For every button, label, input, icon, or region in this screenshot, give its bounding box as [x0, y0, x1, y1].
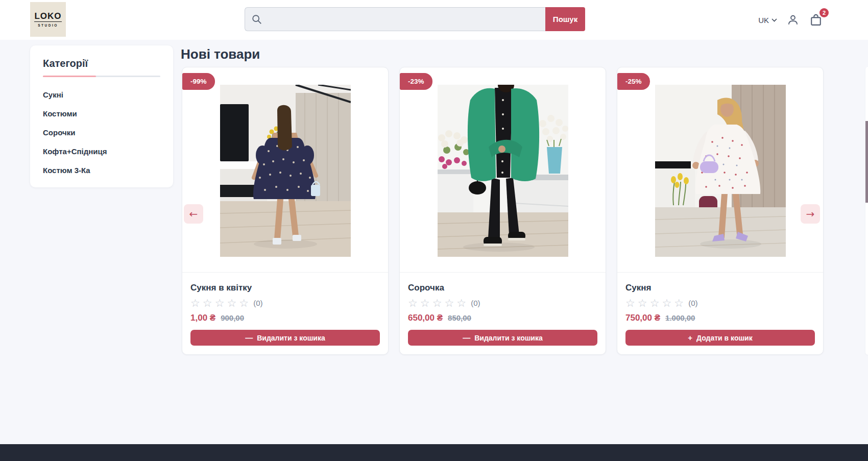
arrow-right-icon: →	[806, 208, 815, 220]
cart-count-badge: 2	[819, 8, 829, 17]
remove-from-cart-button[interactable]: — Видалити з кошика	[190, 330, 380, 346]
categories-divider	[43, 76, 160, 77]
product-photo[interactable]	[438, 85, 568, 257]
footer	[0, 444, 868, 461]
current-price: 750,00 ₴	[625, 313, 660, 323]
carousel-prev-button[interactable]: ←	[184, 204, 203, 224]
account-button[interactable]	[786, 13, 800, 27]
header: LOKO STUDIO Пошук UK	[0, 0, 868, 40]
current-price: 650,00 ₴	[408, 313, 443, 323]
star-icon: ☆	[674, 298, 684, 308]
user-icon	[786, 13, 800, 27]
minus-icon: —	[463, 333, 470, 342]
categories-panel: Категорії Сукні Костюми Сорочки Кофта+Сп…	[30, 45, 173, 187]
star-icon: ☆	[203, 298, 212, 308]
product-photo[interactable]	[220, 85, 351, 257]
rating-count: (0)	[688, 299, 697, 307]
chevron-down-icon	[771, 18, 777, 22]
product-photo[interactable]	[655, 85, 786, 257]
cart-button[interactable]: 2	[809, 13, 823, 27]
search-button[interactable]: Пошук	[545, 7, 585, 31]
sidebar-item-kofta-spidnytsia[interactable]: Кофта+Спідниця	[43, 147, 160, 156]
cart-action-label: Видалити з кошика	[257, 334, 325, 342]
old-price: 850,00	[448, 313, 471, 322]
search-input-container	[245, 7, 545, 31]
search-input[interactable]	[245, 8, 545, 31]
sidebar-item-sorochky[interactable]: Сорочки	[43, 128, 160, 137]
product-photo-illustration	[655, 85, 786, 257]
star-icon: ☆	[662, 298, 671, 308]
search-bar: Пошук	[245, 7, 585, 31]
header-actions: UK 2	[758, 0, 823, 40]
product-title[interactable]: Сукня	[625, 283, 815, 293]
logo-text-main: LOKO	[34, 12, 61, 22]
product-title[interactable]: Сорочка	[408, 283, 597, 293]
product-info: Сорочка ☆ ☆ ☆ ☆ ☆ (0) 650,00 ₴ 850,00 — …	[400, 272, 606, 354]
star-icon: ☆	[190, 298, 200, 308]
price-row: 1,00 ₴ 900,00	[190, 313, 380, 323]
old-price: 1.000,00	[665, 313, 695, 322]
star-icon: ☆	[408, 298, 418, 308]
next-product-photo-partial	[865, 121, 868, 203]
sidebar-item-sukni[interactable]: Сукні	[43, 90, 160, 100]
logo-text-sub: STUDIO	[38, 23, 58, 27]
logo[interactable]: LOKO STUDIO	[30, 2, 66, 37]
cart-action-label: Видалити з кошика	[474, 334, 543, 342]
star-icon: ☆	[650, 298, 660, 308]
old-price: 900,00	[221, 313, 244, 322]
minus-icon: —	[245, 333, 253, 342]
rating: ☆ ☆ ☆ ☆ ☆ (0)	[190, 298, 380, 308]
star-icon: ☆	[638, 298, 647, 308]
star-icon: ☆	[444, 298, 454, 308]
current-price: 1,00 ₴	[190, 313, 215, 323]
product-card: -25% Сукня ☆ ☆ ☆ ☆ ☆ (0) 750,00 ₴ 1.000,…	[617, 67, 824, 355]
product-photo-illustration	[438, 85, 568, 257]
star-icon: ☆	[432, 298, 442, 308]
categories-title: Категорії	[43, 58, 160, 69]
rating: ☆ ☆ ☆ ☆ ☆ (0)	[625, 298, 815, 308]
rating-count: (0)	[253, 299, 262, 307]
star-icon: ☆	[227, 298, 236, 308]
next-product-card-partial	[865, 67, 868, 355]
search-icon	[251, 14, 262, 25]
arrow-left-icon: ←	[189, 208, 198, 220]
product-info: Сукня ☆ ☆ ☆ ☆ ☆ (0) 750,00 ₴ 1.000,00 + …	[617, 272, 823, 354]
star-icon: ☆	[456, 298, 466, 308]
product-photo-illustration	[220, 85, 351, 257]
rating: ☆ ☆ ☆ ☆ ☆ (0)	[408, 298, 597, 308]
star-icon: ☆	[625, 298, 635, 308]
page-title: Нові товари	[181, 47, 260, 62]
sidebar-item-kostium-3ka[interactable]: Костюм 3-Ка	[43, 166, 160, 175]
product-card: -99% Сукня в квітку ☆ ☆ ☆ ☆ ☆ (0) 1,00 ₴…	[182, 67, 389, 355]
discount-badge: -25%	[617, 73, 650, 90]
product-title[interactable]: Сукня в квітку	[190, 283, 380, 293]
star-icon: ☆	[420, 298, 430, 308]
language-code: UK	[758, 16, 769, 25]
remove-from-cart-button[interactable]: — Видалити з кошика	[408, 330, 597, 346]
product-info: Сукня в квітку ☆ ☆ ☆ ☆ ☆ (0) 1,00 ₴ 900,…	[182, 272, 388, 354]
sidebar-item-kostiumy[interactable]: Костюми	[43, 109, 160, 118]
price-row: 650,00 ₴ 850,00	[408, 313, 597, 323]
carousel-next-button[interactable]: →	[801, 204, 820, 224]
star-icon: ☆	[239, 298, 249, 308]
discount-badge: -99%	[182, 73, 215, 90]
rating-count: (0)	[471, 299, 480, 307]
cart-action-label: Додати в кошик	[696, 334, 753, 342]
discount-badge: -23%	[400, 73, 432, 90]
price-row: 750,00 ₴ 1.000,00	[625, 313, 815, 323]
add-to-cart-button[interactable]: + Додати в кошик	[625, 330, 815, 346]
categories-list: Сукні Костюми Сорочки Кофта+Спідниця Кос…	[43, 90, 160, 175]
product-card: -23% Сорочка ☆ ☆ ☆ ☆ ☆ (0) 650,00 ₴ 850,…	[399, 67, 606, 355]
star-icon: ☆	[215, 298, 225, 308]
language-selector[interactable]: UK	[758, 16, 777, 25]
plus-icon: +	[688, 333, 692, 342]
